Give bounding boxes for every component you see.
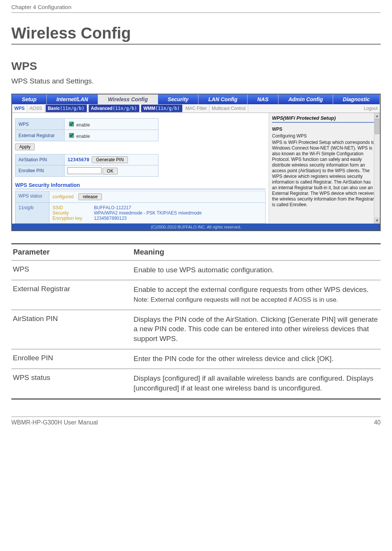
ok-button[interactable]: OK [103,168,117,174]
extreg-label: External Registrar [15,130,65,141]
rule [11,243,381,244]
ssid-value: BUFFALO-112217 [94,205,131,210]
col-parameter: Parameter [11,245,132,260]
subtab-advanced[interactable]: Advanced(11n/g/b) [89,105,140,112]
config-pane: WPS enable External Registrar enable App… [12,113,269,224]
wps-label: WPS [15,119,65,130]
help-line: Configuring WPS [272,133,377,139]
param-meaning: Enable to use WPS automatic configuratio… [132,265,381,275]
band-label: 11n/g/b [15,202,49,223]
rule [11,44,381,45]
airstation-pin-label: AirStation PIN [15,154,65,165]
tab-security[interactable]: Security [158,94,199,104]
subtab-logout[interactable]: Logout [361,105,380,112]
main-tabs: Setup Internet/LAN Wireless Config Secur… [12,94,380,104]
tab-admin-config[interactable]: Admin Config [278,94,333,104]
page-title: Wireless Config [11,24,381,42]
param-name: Enrollee PIN [11,354,132,364]
rule [11,398,381,400]
band-label: (11n/g/b) [112,106,137,111]
security-label: Security [52,210,94,216]
copyright: (C)2000-2010 BUFFALO INC. All rights res… [12,224,380,230]
encryption-key-label: Encryption key [52,216,94,221]
tab-internet-lan[interactable]: Internet/LAN [47,94,98,104]
subtab-basic-label: Basic [48,106,60,111]
scrollbar[interactable]: ▲ ▼ [374,113,380,224]
param-name: External Registrar [11,285,132,304]
wps-security-heading: WPS Security Information [15,182,266,188]
tab-setup[interactable]: Setup [12,94,47,104]
parameter-table: Parameter Meaning WPS Enable to use WPS … [11,243,381,400]
table-row: WPS Enable to use WPS automatic configur… [11,261,381,280]
scroll-down-icon[interactable]: ▼ [374,218,380,224]
band-label: (11n/g/b) [60,106,85,111]
generate-pin-button[interactable]: Generate PIN [92,156,128,163]
param-meaning: Displays [configured] if all available w… [132,374,381,393]
scroll-thumb[interactable] [375,119,380,134]
table-row: External Registrar Enable to accept the … [11,280,381,310]
help-body: WPS is WiFi Protected Setup which corres… [272,140,377,208]
col-meaning: Meaning [132,245,381,260]
help-subheading: WPS [272,127,377,132]
subtab-wmm-label: WMM [143,106,155,111]
tab-diagnostic[interactable]: Diagnostic [333,94,380,104]
footer-model: WBMR-HP-G300H User Manual [11,419,98,426]
subtab-wps[interactable]: WPS [12,105,27,112]
param-name: WPS [11,265,132,275]
scroll-up-icon[interactable]: ▲ [374,113,380,119]
param-meaning: Enable to accept the external configure … [134,286,369,293]
tab-wireless-config[interactable]: Wireless Config [98,94,158,104]
wps-status-label: WPS status [15,191,49,202]
wps-status-value: configured [52,194,74,199]
apply-button[interactable]: Apply [15,144,35,150]
section-heading: WPS [11,60,381,73]
screenshot: Setup Internet/LAN Wireless Config Secur… [11,94,381,231]
subtab-wmm[interactable]: WMM(11n/g/b) [141,105,182,112]
rule [11,417,381,417]
chapter-header: Chapter 4 Configuration [11,4,381,12]
wps-checkbox[interactable] [69,122,74,127]
enrollee-pin-label: Enrollee PIN [15,165,65,177]
help-title: WPS(WiFi Protected Setup) [272,115,377,121]
sub-tabs: WPS AOSS Basic(11n/g/b) Advanced(11n/g/b… [12,104,380,113]
release-button[interactable]: release [78,193,101,200]
param-meaning: Enter the PIN code for the other wireles… [132,354,381,364]
subtab-advanced-label: Advanced [91,106,112,111]
tab-nas[interactable]: NAS [247,94,278,104]
enrollee-pin-input[interactable] [68,167,101,174]
enable-text: enable [76,122,90,128]
encryption-key-value: 1234567890123 [94,216,127,221]
param-name: WPS status [11,374,132,393]
section-desc: WPS Status and Settings. [11,77,381,85]
subtab-mac-filter[interactable]: MAC Filter [183,105,210,112]
param-meaning: Displays the PIN code of the AirStation.… [132,315,381,344]
band-label: (11n/g/b) [155,106,180,111]
airstation-pin-value: 12345670 [68,157,89,162]
param-note: Note: External configure requests will n… [134,296,338,303]
param-name: AirStation PIN [11,315,132,344]
subtab-aoss[interactable]: AOSS [27,105,45,112]
table-row: Enrollee PIN Enter the PIN code for the … [11,349,381,369]
rule [11,12,381,13]
subtab-multicast[interactable]: Multicast Control [209,105,248,112]
extreg-checkbox[interactable] [69,133,74,138]
ssid-label: SSID [52,205,94,210]
subtab-basic[interactable]: Basic(11n/g/b) [46,105,87,112]
tab-lan-config[interactable]: LAN Config [198,94,247,104]
enable-text: enable [76,134,90,139]
footer-page-number: 40 [374,419,381,426]
table-row: AirStation PIN Displays the PIN code of … [11,310,381,349]
help-pane: WPS(WiFi Protected Setup) WPS Configurin… [269,113,380,224]
rule [15,189,266,189]
table-row: WPS status Displays [configured] if all … [11,369,381,398]
security-value: WPA/WPA2 mixedmode - PSK TKIP/AES mixedm… [94,210,201,216]
